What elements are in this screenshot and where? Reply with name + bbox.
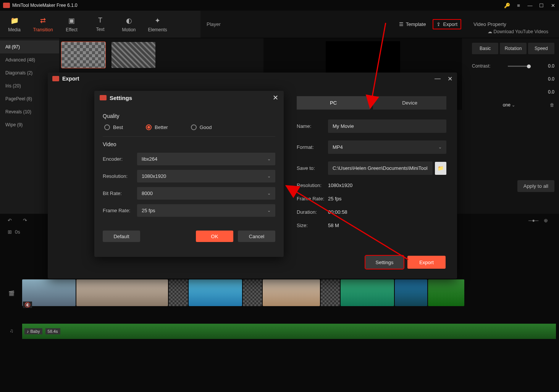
- chevron-down-icon: ⌄: [512, 103, 515, 107]
- chevron-down-icon: ⌄: [267, 156, 271, 161]
- close-icon[interactable]: ✕: [550, 2, 556, 8]
- sidebar-item-advanced[interactable]: Advanced (48): [0, 53, 59, 66]
- undo-icon[interactable]: ↶: [8, 218, 15, 225]
- elements-icon: ✦: [155, 16, 160, 25]
- text-icon: T: [98, 16, 102, 24]
- duration-value: 00:00:58: [328, 209, 347, 215]
- resolution-label: Resolution:: [297, 182, 328, 188]
- tab-transition[interactable]: ⇄Transition: [29, 11, 57, 38]
- close-icon[interactable]: ✕: [448, 75, 452, 82]
- timeline-start: 0s: [15, 229, 20, 235]
- prop-tab-speed[interactable]: Speed: [528, 43, 554, 54]
- browse-folder-button[interactable]: 📁: [435, 162, 446, 175]
- ok-button[interactable]: OK: [196, 231, 233, 242]
- video-clip[interactable]: [263, 279, 320, 306]
- apply-to-all-button[interactable]: Apply to all: [517, 180, 554, 192]
- encoder-select[interactable]: libx264⌄: [137, 153, 275, 165]
- transition-gap[interactable]: [321, 279, 340, 306]
- export-tab-pc[interactable]: PC: [297, 96, 370, 110]
- framerate-value: 25 fps: [328, 196, 341, 202]
- saveto-input[interactable]: [328, 161, 433, 175]
- cancel-button[interactable]: Cancel: [238, 231, 275, 242]
- transition-thumb[interactable]: [111, 42, 155, 68]
- encoder-label: Encoder:: [103, 156, 137, 162]
- motion-icon: ◐: [126, 16, 132, 25]
- audio-clip-name: ♪ Baby: [24, 328, 42, 334]
- minimize-icon[interactable]: —: [435, 75, 441, 82]
- prop-dropdown[interactable]: one ⌄: [503, 102, 515, 108]
- zoom-in-icon[interactable]: ⊕: [544, 218, 551, 225]
- quality-section-label: Quality: [103, 113, 275, 119]
- audio-clip-duration: 58.4s: [45, 328, 60, 334]
- resolution-select[interactable]: 1080x1920⌄: [137, 170, 275, 182]
- format-select[interactable]: MP4⌄: [328, 140, 446, 154]
- export-dialog-title: Export: [62, 76, 435, 82]
- format-label: Format:: [297, 144, 328, 150]
- resolution-label: Resolution:: [103, 173, 137, 179]
- contrast-slider[interactable]: [508, 66, 531, 67]
- video-clip[interactable]: [341, 279, 394, 306]
- video-clip[interactable]: [189, 279, 242, 306]
- prop-value: 0.0: [548, 89, 554, 95]
- name-input[interactable]: [328, 119, 446, 133]
- video-clip[interactable]: [428, 279, 464, 306]
- video-clip[interactable]: [76, 279, 168, 306]
- video-track[interactable]: 🔇: [22, 279, 556, 308]
- redo-icon[interactable]: ↷: [23, 218, 31, 225]
- folder-icon: 📁: [438, 165, 444, 171]
- video-section-label: Video: [103, 141, 275, 147]
- delete-icon[interactable]: 🗑: [550, 102, 554, 108]
- settings-dialog: Settings ✕ Quality Best Better Good Vide…: [94, 91, 284, 257]
- video-clip[interactable]: [395, 279, 427, 306]
- close-icon[interactable]: ✕: [273, 94, 278, 102]
- mute-icon[interactable]: 🔇: [23, 302, 32, 308]
- app-logo-icon: [100, 95, 107, 100]
- quality-better-radio[interactable]: Better: [146, 124, 168, 130]
- tab-transition-label: Transition: [33, 27, 53, 32]
- quality-best-radio[interactable]: Best: [104, 124, 123, 130]
- menu-icon[interactable]: ≡: [515, 2, 522, 8]
- transition-icon: ⇄: [40, 16, 46, 25]
- audio-track-icon[interactable]: ♫: [7, 326, 16, 335]
- transition-thumb[interactable]: [61, 42, 105, 68]
- contrast-label: Contrast:: [472, 63, 491, 69]
- bitrate-select[interactable]: 8000⌄: [137, 187, 275, 200]
- chevron-down-icon: ⌄: [438, 145, 442, 150]
- zoom-slider-knob[interactable]: ─●─: [528, 218, 536, 225]
- size-label: Size:: [297, 223, 328, 228]
- prop-tab-basic[interactable]: Basic: [472, 43, 498, 54]
- prop-tab-rotation[interactable]: Rotation: [500, 43, 526, 54]
- saveto-label: Save to:: [297, 165, 328, 171]
- settings-dialog-title: Settings: [110, 95, 273, 101]
- titlebar: MiniTool MovieMaker Free 6.1.0 🔑 ≡ — ☐ ✕: [0, 0, 559, 11]
- tab-media-label: Media: [8, 27, 21, 32]
- framerate-label: Frame Rate:: [297, 196, 328, 202]
- video-track-icon[interactable]: 🎬: [7, 289, 16, 298]
- size-value: 58 M: [328, 223, 339, 228]
- audio-clip[interactable]: ♪ Baby 58.4s: [22, 324, 556, 339]
- tab-media[interactable]: 📁Media: [0, 11, 29, 38]
- duration-label: Duration:: [297, 209, 328, 215]
- minimize-icon[interactable]: —: [527, 2, 533, 8]
- app-title: MiniTool MovieMaker Free 6.1.0: [12, 3, 504, 8]
- download-youtube-link[interactable]: ☁ Download YouTube Videos: [488, 29, 554, 34]
- transition-gap[interactable]: [243, 279, 262, 306]
- maximize-icon[interactable]: ☐: [538, 2, 544, 8]
- framerate-label: Frame Rate:: [103, 208, 137, 213]
- prop-value: 0.0: [548, 76, 554, 82]
- license-key-icon[interactable]: 🔑: [504, 2, 510, 8]
- export-tab-device[interactable]: Device: [373, 96, 446, 110]
- quality-good-radio[interactable]: Good: [191, 124, 212, 130]
- export-confirm-button[interactable]: Export: [407, 256, 446, 269]
- chevron-down-icon: ⌄: [267, 174, 271, 179]
- app-logo-icon: [3, 3, 10, 8]
- transition-gap[interactable]: [169, 279, 188, 306]
- audio-track[interactable]: ♪ Baby 58.4s: [22, 324, 556, 339]
- default-button[interactable]: Default: [103, 231, 140, 242]
- contrast-value: 0.0: [548, 63, 554, 69]
- folder-icon: 📁: [10, 16, 19, 25]
- settings-button[interactable]: Settings: [365, 256, 404, 269]
- framerate-select[interactable]: 25 fps⌄: [137, 204, 275, 217]
- add-track-icon[interactable]: ⊞: [8, 229, 12, 235]
- sidebar-item-all[interactable]: All (97): [0, 40, 59, 53]
